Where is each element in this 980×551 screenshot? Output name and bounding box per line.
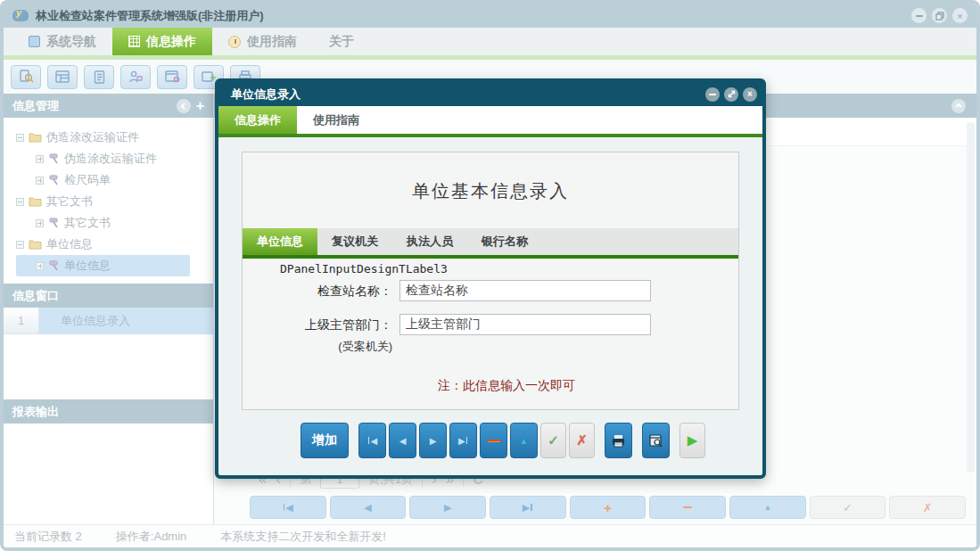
app-window: y 林业检查站案件管理系统增强版(非注册用户) × 系统导航 信息操作 使用指南… (0, 0, 980, 551)
dialog-maximize-button[interactable] (724, 87, 738, 102)
sub-tab-unit-info[interactable]: 单位信息 (243, 228, 317, 255)
restore-button[interactable] (932, 8, 947, 23)
check-icon: ✓ (548, 432, 559, 448)
add-panel-button[interactable]: + (196, 99, 204, 113)
folder-icon (29, 239, 42, 250)
dialog-tab-user-guide[interactable]: 使用指南 (297, 106, 375, 134)
superior-dept-input[interactable] (399, 314, 651, 335)
print-preview-icon (648, 433, 663, 448)
expand-expander-icon[interactable] (36, 219, 44, 227)
tree-node-item[interactable]: 伪造涂改运输证件 (16, 148, 213, 169)
edit-record-button[interactable]: ▲ (729, 496, 806, 519)
print-button[interactable] (605, 423, 632, 458)
last-record-button[interactable]: ▶ (449, 423, 477, 458)
next-record-icon: ▶ (444, 502, 451, 514)
tree-node-folder[interactable]: 伪造涂改运输证件 (16, 127, 213, 148)
prev-record-button[interactable]: ◀ (330, 496, 407, 519)
first-icon: ◀ (370, 436, 377, 446)
last-record-button[interactable]: ▶ (490, 496, 566, 519)
collapse-expander-icon[interactable] (16, 198, 24, 206)
add-button[interactable]: 增加 (301, 423, 349, 458)
search-button[interactable] (11, 65, 41, 89)
tree-label: 检尺码单 (64, 172, 111, 188)
tab-info-operation[interactable]: 信息操作 (112, 28, 212, 55)
tab-label: 复议机关 (332, 234, 378, 250)
tool-icon (48, 260, 60, 271)
panel-header-info-manage: 信息管理 + (4, 94, 213, 118)
panel-title: 信息管理 (12, 98, 59, 114)
document-button[interactable] (84, 65, 114, 89)
dialog-tab-info-operation[interactable]: 信息操作 (218, 106, 297, 134)
post-record-button[interactable]: ✓ (810, 496, 886, 519)
dialog-close-button[interactable]: × (743, 87, 757, 102)
panel-title: 报表输出 (12, 404, 59, 420)
tree-node-folder[interactable]: 其它文书 (16, 191, 213, 212)
prev-record-button[interactable]: ◀ (389, 423, 416, 458)
tab-label: 信息操作 (146, 34, 196, 50)
print-preview-button[interactable] (642, 423, 670, 458)
first-record-button[interactable]: ◀ (358, 423, 386, 458)
cross-icon: ✗ (576, 432, 588, 448)
user-computer-icon (128, 70, 143, 84)
tree-label: 单位信息 (64, 258, 111, 274)
dialog-title-bar[interactable]: 单位信息录入 × (218, 82, 762, 106)
expand-expander-icon[interactable] (36, 262, 44, 270)
close-button[interactable]: × (952, 8, 968, 23)
first-record-button[interactable]: ◀ (250, 496, 326, 519)
tool-icon (48, 153, 60, 164)
tool-icon (48, 218, 60, 228)
edit-record-button[interactable]: ▲ (510, 423, 538, 458)
window-controls: × (911, 8, 968, 23)
next-record-button[interactable]: ▶ (419, 423, 447, 458)
collapse-left-button[interactable] (177, 99, 191, 113)
window-list: 1 单位信息录入 (4, 308, 213, 399)
user-button[interactable] (120, 65, 151, 89)
clock-icon (228, 36, 241, 48)
run-button[interactable]: ▶ (679, 423, 705, 458)
collapse-expander-icon[interactable] (16, 241, 24, 249)
tree-label: 其它文书 (46, 193, 93, 210)
collapse-up-button[interactable] (951, 99, 966, 113)
sub-tab-enforcement-staff[interactable]: 执法人员 (392, 228, 467, 255)
tab-label: 信息操作 (235, 112, 281, 128)
app-icon-letter: y (16, 7, 21, 18)
next-record-button[interactable]: ▶ (409, 496, 486, 519)
tree-node-item-selected[interactable]: 单位信息 (16, 255, 190, 276)
tab-user-guide[interactable]: 使用指南 (212, 28, 313, 55)
sub-tab-review-agency[interactable]: 复议机关 (317, 228, 392, 255)
tab-label: 使用指南 (247, 34, 297, 50)
expand-expander-icon[interactable] (36, 155, 44, 163)
window-preview-button[interactable] (157, 65, 187, 89)
tree-node-item[interactable]: 其它文书 (16, 212, 213, 234)
collapse-expander-icon[interactable] (16, 134, 24, 142)
cancel-record-button[interactable]: ✗ (889, 496, 966, 519)
delete-record-button[interactable] (649, 496, 726, 519)
station-name-input[interactable] (399, 280, 651, 301)
tab-about[interactable]: 关于 (313, 28, 370, 55)
tree-node-folder[interactable]: 单位信息 (16, 234, 213, 255)
expand-expander-icon[interactable] (36, 177, 44, 185)
add-record-button[interactable]: + (570, 496, 646, 519)
panel-header-report-output: 报表输出 (4, 399, 213, 424)
minimize-button[interactable] (911, 8, 926, 23)
add-button-label: 增加 (312, 432, 337, 448)
minus-icon (488, 440, 500, 442)
tree-node-item[interactable]: 检尺码单 (16, 169, 213, 191)
folder-icon (29, 196, 42, 207)
table-view-button[interactable] (47, 65, 78, 89)
tab-system-nav[interactable]: 系统导航 (12, 28, 112, 55)
field-label-main: 上级主管部门： (275, 317, 392, 333)
delete-record-button[interactable] (480, 423, 507, 458)
window-search-icon (165, 70, 180, 83)
next-icon: ▶ (430, 436, 437, 446)
sidebar: 信息管理 + 伪造涂改运输证件 伪造涂改运输证件 (4, 94, 214, 524)
post-record-button[interactable]: ✓ (540, 423, 566, 458)
tool-icon (48, 175, 60, 185)
vertical-scrollbar[interactable] (967, 122, 975, 473)
dialog-minimize-button[interactable] (705, 87, 720, 102)
tab-label: 关于 (329, 34, 354, 50)
list-item[interactable]: 1 单位信息录入 (4, 308, 213, 334)
sub-tab-bank-name[interactable]: 银行名称 (467, 228, 542, 255)
first-record-icon: ◀ (285, 502, 292, 514)
cancel-record-button[interactable]: ✗ (569, 423, 595, 458)
